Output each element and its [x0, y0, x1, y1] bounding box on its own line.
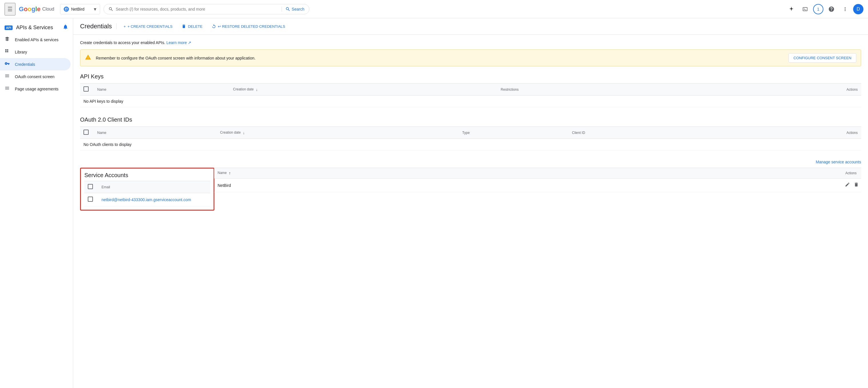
library-icon — [5, 49, 10, 55]
service-accounts-header: Manage service accounts — [80, 160, 861, 164]
create-credentials-label: + CREATE CREDENTIALS — [127, 24, 173, 29]
content-area: Create credentials to access your enable… — [73, 35, 868, 226]
sa-row-checkbox-cell — [84, 193, 98, 206]
table-row: netbird@netbird-433300.iam.gserviceaccou… — [84, 193, 210, 206]
sidebar-header: API APIs & Services — [0, 21, 73, 33]
sidebar-item-library[interactable]: Library — [0, 46, 71, 58]
sidebar-item-credentials[interactable]: Credentials — [0, 58, 71, 70]
oauth-col-actions: Actions — [722, 127, 861, 139]
oauth-sort-desc-icon: ↓ — [243, 130, 245, 135]
api-keys-col-creation-date[interactable]: Creation date ↓ — [229, 84, 497, 96]
api-keys-empty-row: No API keys to display — [80, 96, 861, 107]
oauth-col-name: Name — [94, 127, 217, 139]
user-avatar[interactable]: D — [853, 4, 863, 14]
sidebar-item-label-credentials: Credentials — [15, 62, 35, 67]
gemini-icon-button[interactable] — [786, 3, 797, 15]
oauth-col-type: Type — [459, 127, 569, 139]
manage-service-accounts-link[interactable]: Manage service accounts — [816, 160, 861, 164]
delete-row-icon[interactable] — [854, 183, 859, 188]
restore-button[interactable]: ↩ RESTORE DELETED CREDENTIALS — [209, 22, 287, 30]
warning-text: Remember to configure the OAuth consent … — [96, 56, 784, 60]
logo-cloud-text: Cloud — [42, 7, 54, 12]
sa-col-checkbox — [84, 181, 98, 193]
api-keys-select-all-checkbox[interactable] — [84, 86, 89, 92]
oauth-section: OAuth 2.0 Client IDs Name Creation date … — [80, 116, 861, 150]
oauth-col-checkbox — [80, 127, 94, 139]
sidebar: API APIs & Services Enabled APIs & servi… — [0, 18, 73, 388]
more-options-button[interactable] — [839, 3, 851, 15]
service-accounts-title: Service Accounts — [84, 172, 210, 179]
service-accounts-table: Email netbird@netbird-433300.iam.gserv — [84, 181, 210, 206]
api-keys-col-name: Name — [94, 84, 229, 96]
sidebar-item-oauth-consent[interactable]: OAuth consent screen — [0, 70, 71, 83]
sidebar-item-enabled-apis[interactable]: Enabled APIs & services — [0, 33, 71, 46]
sa-col-name[interactable]: Name ↑ — [214, 168, 524, 179]
notification-badge[interactable]: 1 — [813, 4, 824, 14]
create-credentials-icon: + — [124, 24, 126, 29]
service-accounts-outlined-box: Service Accounts Email — [80, 168, 214, 211]
sidebar-bell-icon[interactable] — [63, 24, 68, 31]
search-bar-icon — [108, 7, 114, 12]
topbar-actions: 1 D — [786, 3, 863, 15]
sa-right-table: Name ↑ Actions NetBird — [214, 168, 861, 192]
api-keys-table: Name Creation date ↓ Restrictions Action… — [80, 83, 861, 107]
sa-select-all-checkbox[interactable] — [88, 184, 93, 189]
sa-col-email: Email — [98, 181, 210, 193]
chevron-down-icon: ▾ — [94, 6, 96, 12]
sidebar-item-page-usage[interactable]: Page usage agreements — [0, 83, 71, 95]
sidebar-item-label-library: Library — [15, 50, 27, 54]
topbar: ☰ Google Cloud NetBird ▾ Search — [0, 0, 868, 18]
sa-row-actions — [524, 179, 861, 192]
warning-icon — [85, 54, 91, 62]
sa-right-row: NetBird — [214, 179, 861, 192]
restore-icon — [212, 24, 216, 29]
project-selector[interactable]: NetBird ▾ — [60, 4, 100, 14]
page-usage-icon — [5, 86, 10, 92]
header-divider-1 — [116, 24, 117, 29]
service-accounts-section: Manage service accounts Service Accounts — [80, 160, 861, 211]
oauth-table: Name Creation date ↓ Type Client ID Acti… — [80, 126, 861, 150]
svg-rect-1 — [65, 8, 66, 9]
main-content: Credentials + + CREATE CREDENTIALS DELET… — [73, 18, 868, 388]
sidebar-item-label-page-usage: Page usage agreements — [15, 87, 59, 91]
api-badge: API — [5, 26, 12, 30]
project-icon — [64, 7, 69, 12]
svg-rect-2 — [67, 8, 67, 9]
search-button[interactable]: Search — [282, 7, 304, 12]
menu-icon[interactable]: ☰ — [5, 3, 16, 16]
sort-desc-icon: ↓ — [256, 87, 257, 92]
oauth-consent-icon — [5, 73, 10, 80]
terminal-icon-button[interactable] — [799, 3, 811, 15]
restore-label: ↩ RESTORE DELETED CREDENTIALS — [218, 24, 285, 29]
create-credentials-button[interactable]: + + CREATE CREDENTIALS — [121, 23, 175, 30]
sa-email-link[interactable]: netbird@netbird-433300.iam.gserviceaccou… — [101, 198, 191, 202]
enabled-apis-icon — [5, 36, 10, 43]
search-bar: Search — [103, 4, 309, 14]
sidebar-title: APIs & Services — [16, 25, 53, 31]
delete-label: DELETE — [188, 24, 203, 29]
sa-row-checkbox[interactable] — [88, 197, 93, 202]
credentials-icon — [5, 61, 10, 67]
help-icon-button[interactable] — [826, 3, 837, 15]
oauth-col-creation-date[interactable]: Creation date ↓ — [217, 127, 459, 139]
svg-rect-3 — [65, 9, 66, 10]
oauth-title: OAuth 2.0 Client IDs — [80, 116, 861, 123]
oauth-select-all-checkbox[interactable] — [84, 130, 89, 135]
oauth-col-client-id: Client ID — [569, 127, 722, 139]
sa-row-name: NetBird — [214, 179, 524, 192]
search-input[interactable] — [116, 7, 280, 11]
sa-sort-asc-icon: ↑ — [229, 171, 231, 175]
delete-button[interactable]: DELETE — [179, 22, 205, 30]
learn-more-link[interactable]: Learn more ↗ — [166, 40, 191, 45]
sa-right-columns: Name ↑ Actions NetBird — [214, 168, 861, 192]
edit-icon[interactable] — [845, 183, 851, 188]
configure-consent-button[interactable]: CONFIGURE CONSENT SCREEN — [788, 53, 856, 63]
app-body: API APIs & Services Enabled APIs & servi… — [0, 18, 868, 388]
page-header: Credentials + + CREATE CREDENTIALS DELET… — [73, 18, 868, 35]
api-keys-title: API Keys — [80, 73, 861, 80]
api-keys-section: API Keys Name Creation date ↓ Restrictio… — [80, 73, 861, 107]
info-text: Create credentials to access your enable… — [80, 40, 861, 45]
oauth-empty-row: No OAuth clients to display — [80, 139, 861, 150]
warning-banner: Remember to configure the OAuth consent … — [80, 50, 861, 66]
sa-col-actions: Actions — [524, 168, 861, 179]
